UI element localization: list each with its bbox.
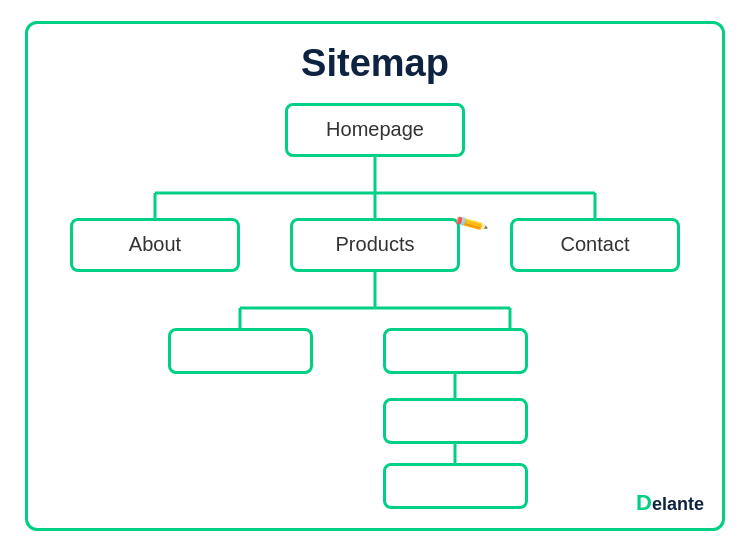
branding: Delante [636, 490, 704, 516]
node-products[interactable]: Products ✏️ [290, 218, 460, 272]
connectors-svg [65, 103, 685, 493]
node-contact[interactable]: Contact [510, 218, 680, 272]
sitemap-diagram: Homepage About Products ✏️ Contact [65, 103, 685, 493]
page-title: Sitemap [301, 42, 449, 85]
sitemap-card: Sitemap Hom [25, 21, 725, 531]
node-about[interactable]: About [70, 218, 240, 272]
brand-icon: D [636, 490, 652, 515]
node-sub2[interactable] [383, 398, 528, 444]
node-sub3[interactable] [383, 463, 528, 509]
node-sub1a[interactable] [168, 328, 313, 374]
pencil-icon: ✏️ [453, 205, 489, 241]
node-sub1b[interactable] [383, 328, 528, 374]
node-homepage[interactable]: Homepage [285, 103, 465, 157]
